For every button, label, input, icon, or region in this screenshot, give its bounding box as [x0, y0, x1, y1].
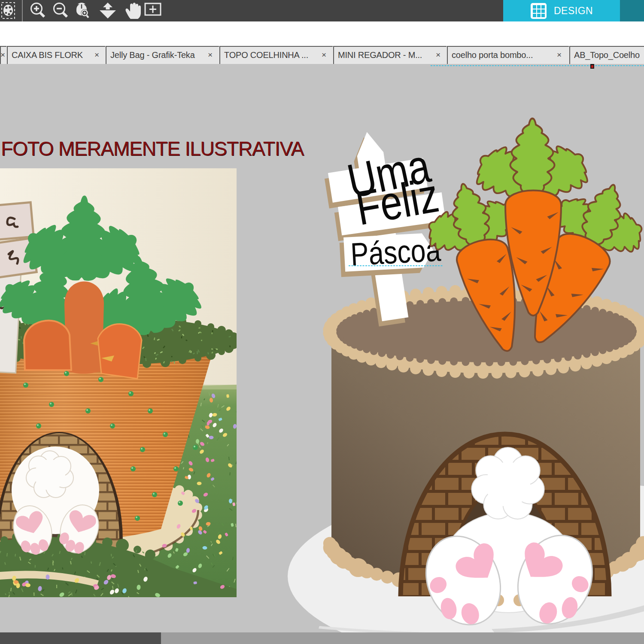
- svg-text:DESIGN: DESIGN: [554, 5, 593, 16]
- svg-text:Páscoa: Páscoa: [350, 232, 442, 273]
